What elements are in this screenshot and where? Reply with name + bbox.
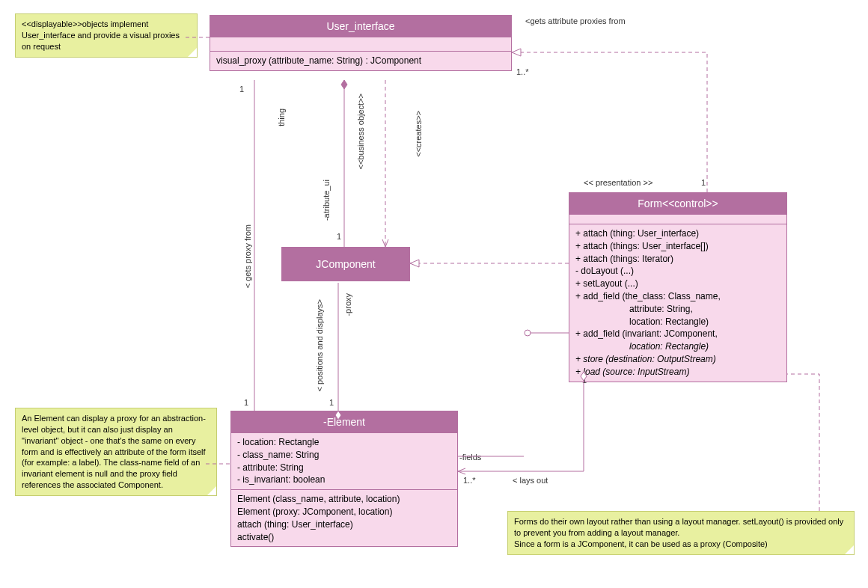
operation-cont: location: Rectangle) bbox=[575, 316, 780, 328]
note-element: An Element can display a proxy for an ab… bbox=[15, 408, 217, 496]
label-one-star-fields: 1..* bbox=[463, 476, 476, 485]
label-gets-proxy-from: < gets proxy from bbox=[243, 224, 252, 288]
class-title: User_interface bbox=[210, 16, 511, 37]
label-gets-attr-proxies: <gets attribute proxies from bbox=[525, 16, 660, 25]
class-title: Form<<control>> bbox=[569, 193, 786, 214]
class-title: JComponent bbox=[282, 248, 409, 281]
label-positions-displays: < positions and displays> bbox=[315, 299, 324, 392]
label-one-star: 1..* bbox=[516, 67, 529, 76]
class-title: -Element bbox=[231, 411, 457, 432]
operation: + setLayout (...) bbox=[575, 278, 780, 290]
note-form: Forms do their own layout rather than us… bbox=[507, 511, 855, 555]
label-one-jc: 1 bbox=[337, 232, 341, 241]
attr: - location: Rectangle bbox=[237, 436, 451, 449]
label-proxy: -proxy bbox=[343, 293, 352, 316]
operation-cont: attribute: String, bbox=[575, 303, 780, 316]
class-form: Form<<control>> + attach (thing: User_in… bbox=[569, 192, 787, 382]
label-one: 1 bbox=[239, 85, 244, 94]
attr: - class_name: String bbox=[237, 449, 451, 462]
operation: + load (source: InputStream) bbox=[575, 366, 780, 379]
label-one-form: 1 bbox=[701, 178, 706, 187]
label-one-elem: 1 bbox=[244, 398, 248, 407]
attr: - attribute: String bbox=[237, 462, 451, 474]
attr-section bbox=[569, 214, 786, 224]
operation: + attach (things: User_interface[]) bbox=[575, 240, 780, 253]
operation: Element (proxy: JComponent, location) bbox=[237, 506, 451, 518]
op-section: visual_proxy (attribute_name: String) : … bbox=[210, 51, 511, 70]
class-element: -Element - location: Rectangle - class_n… bbox=[230, 411, 458, 547]
label-business-object: <<business object>> bbox=[356, 94, 365, 170]
label-fields: -fields bbox=[459, 453, 481, 462]
op-section: + attach (thing: User_interface) + attac… bbox=[569, 224, 786, 382]
operation: activate() bbox=[237, 531, 451, 544]
label-presentation: << presentation >> bbox=[584, 178, 652, 187]
label-atribute-ui: -atribute_ui bbox=[322, 180, 331, 221]
class-jcomponent: JComponent bbox=[281, 247, 410, 281]
operation: - doLayout (...) bbox=[575, 265, 780, 278]
class-user-interface: User_interface visual_proxy (attribute_n… bbox=[210, 15, 512, 71]
label-lays-out: < lays out bbox=[513, 476, 548, 485]
operation: + add_field (invariant: JComponent, bbox=[575, 328, 780, 340]
note-text: Forms do their own layout rather than us… bbox=[514, 517, 843, 548]
attr: - is_invariant: boolean bbox=[237, 474, 451, 486]
operation: visual_proxy (attribute_name: String) : … bbox=[216, 55, 505, 67]
label-creates: <<creates>> bbox=[414, 111, 423, 157]
label-one-form-bottom: 1 bbox=[582, 376, 587, 385]
attr-section bbox=[210, 37, 511, 51]
note-text: <<displayable>>objects implement User_in… bbox=[22, 19, 180, 51]
label-one-elem-top: 1 bbox=[329, 398, 334, 407]
note-displayable: <<displayable>>objects implement User_in… bbox=[15, 13, 198, 58]
operation: + attach (things: Iterator) bbox=[575, 253, 780, 266]
label-thing: thing bbox=[277, 108, 286, 126]
attr-section: - location: Rectangle - class_name: Stri… bbox=[231, 432, 457, 489]
operation: Element (class_name, attribute, location… bbox=[237, 493, 451, 506]
operation: + add_field (the_class: Class_name, bbox=[575, 290, 780, 303]
op-section: Element (class_name, attribute, location… bbox=[231, 489, 457, 546]
operation: + attach (thing: User_interface) bbox=[575, 227, 780, 240]
operation-cont: location: Rectangle) bbox=[575, 340, 780, 353]
note-text: An Element can display a proxy for an ab… bbox=[22, 414, 206, 489]
operation: attach (thing: User_interface) bbox=[237, 518, 451, 531]
operation: + store (destination: OutputStream) bbox=[575, 353, 780, 366]
